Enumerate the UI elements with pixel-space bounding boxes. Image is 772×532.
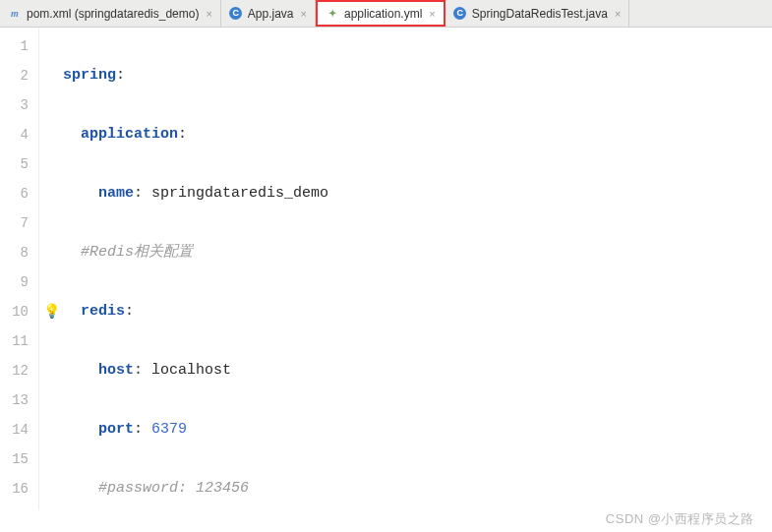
code-editor[interactable]: 1 2 3 4 5 6 7 8 9 10 11 12 13 14 15 16 💡… [0,28,772,510]
close-icon[interactable]: × [429,8,435,20]
code-area[interactable]: spring: application: name: springdatared… [63,28,772,510]
line-number: 15 [0,444,29,474]
tab-pom-xml[interactable]: m pom.xml (springdataredis_demo) × [0,0,221,27]
line-number: 11 [0,326,29,356]
line-number: 16 [0,474,29,503]
line-number: 14 [0,415,29,444]
yaml-icon: ✦ [326,7,339,21]
line-number: 4 [0,120,29,149]
yaml-key: spring [63,67,116,84]
tab-springdataredistest[interactable]: C SpringDataRedisTest.java × [445,0,630,27]
yaml-comment: #Redis相关配置 [81,244,193,261]
maven-icon: m [8,7,22,21]
line-number: 13 [0,385,29,415]
line-number-gutter: 1 2 3 4 5 6 7 8 9 10 11 12 13 14 15 16 [0,28,39,510]
yaml-key: redis [81,303,125,320]
yaml-key: port [98,421,134,438]
line-number: 7 [0,208,29,238]
java-class-icon: C [229,7,243,21]
tab-label: application.yml [344,7,422,21]
line-number: 3 [0,90,29,120]
line-number: 6 [0,179,29,208]
tab-label: SpringDataRedisTest.java [472,7,608,21]
tab-application-yml[interactable]: ✦ application.yml × [316,0,445,27]
lightbulb-icon[interactable]: 💡 [39,297,63,326]
watermark-text: CSDN @小西程序员之路 [606,510,754,528]
tab-label: pom.xml (springdataredis_demo) [27,7,199,21]
close-icon[interactable]: × [301,8,307,20]
line-number: 5 [0,149,29,179]
line-number: 2 [0,61,29,90]
yaml-key: application [81,126,178,143]
line-number: 9 [0,267,29,297]
yaml-key: name [98,185,134,202]
line-number: 1 [0,31,29,61]
tab-app-java[interactable]: C App.java × [221,0,316,27]
yaml-value: springdataredis_demo [151,185,328,202]
java-class-icon: C [453,7,467,21]
yaml-value: 6379 [151,421,187,438]
editor-tabs: m pom.xml (springdataredis_demo) × C App… [0,0,772,28]
line-number: 8 [0,238,29,267]
tab-label: App.java [248,7,294,21]
line-number: 12 [0,356,29,385]
yaml-key: host [98,362,134,379]
gutter-icons: 💡 [39,28,63,510]
close-icon[interactable]: × [206,8,211,20]
yaml-value: localhost [151,362,231,379]
close-icon[interactable]: × [615,8,621,20]
line-number: 10 [0,297,29,326]
yaml-comment: #password: 123456 [98,480,249,497]
